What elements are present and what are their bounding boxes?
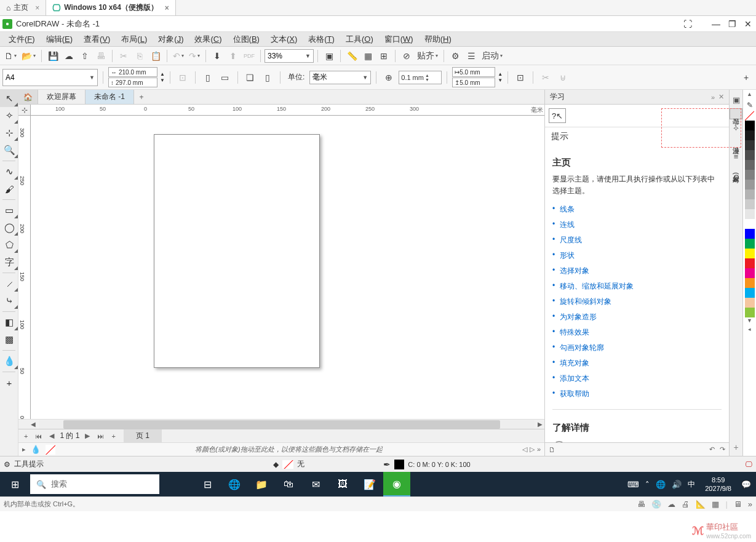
photos-icon[interactable]: 🖼 (329, 472, 356, 496)
break-button[interactable]: ✂ (538, 70, 553, 85)
eyedropper-icon[interactable]: 💧 (31, 445, 41, 454)
welcome-tab[interactable]: 欢迎屏幕 (38, 90, 86, 104)
color-proof-icon[interactable]: 🖵 (745, 460, 752, 469)
tray-up-icon[interactable]: ˄ (645, 480, 650, 489)
unit-combo[interactable]: ▼ (309, 71, 371, 84)
treat-as-filled-button[interactable]: ⊡ (513, 70, 528, 85)
menu-C[interactable]: 效果(C) (189, 33, 226, 46)
store-icon[interactable]: 🛍 (275, 472, 302, 496)
dimension-tool[interactable]: ⟋ (0, 275, 18, 292)
ft-grid-icon[interactable]: ▦ (712, 500, 719, 509)
swatch[interactable] (745, 160, 755, 170)
palette-up[interactable]: ▲ (747, 91, 752, 100)
addons-button[interactable]: ☰ (464, 49, 479, 63)
palette-more[interactable]: » (537, 445, 541, 453)
hint-link[interactable]: 移动、缩放和延展对象 (552, 279, 722, 294)
crop-tool[interactable]: ⊹ (0, 124, 18, 141)
open-button[interactable]: 📂 (20, 49, 38, 63)
outline-swatch[interactable] (394, 460, 404, 469)
options-button[interactable]: ⚙ (448, 49, 463, 63)
start-button[interactable]: ⊞ (0, 472, 30, 496)
palette-down[interactable]: ▼ (747, 317, 752, 326)
import-button[interactable]: ⬇ (210, 49, 225, 63)
docker-nav[interactable]: 漫游 (730, 137, 742, 148)
save-button[interactable]: 💾 (46, 49, 60, 63)
ime-indicator[interactable]: 中 (688, 479, 695, 490)
menu-X[interactable]: 文本(X) (266, 33, 302, 46)
swatch[interactable] (745, 140, 755, 150)
hint-link[interactable]: 连线 (552, 217, 722, 233)
menu-J[interactable]: 对象(J) (153, 33, 188, 46)
vm-tab[interactable]: 🖵 Windows 10 x64（便携版） × (46, 0, 176, 15)
hint-link[interactable]: 特殊效果 (552, 325, 722, 340)
panel-collapse[interactable]: » (711, 94, 715, 101)
ft-disc-icon[interactable]: 💿 (651, 500, 661, 509)
volume-icon[interactable]: 🔊 (672, 480, 682, 489)
hint-link[interactable]: 添加文本 (552, 371, 722, 386)
copy-button[interactable]: ⎘ (132, 49, 147, 63)
prev-page[interactable]: ◀ (47, 432, 56, 440)
snap-button[interactable]: 贴齐 (415, 49, 440, 63)
add-page-after[interactable]: + (109, 432, 117, 440)
nudge-spinner[interactable]: 0.1 mm ▲▼ (399, 71, 442, 84)
swatch[interactable] (745, 209, 755, 219)
swatch[interactable] (745, 258, 755, 268)
fill-swatch[interactable] (282, 460, 293, 469)
redo-button[interactable]: ↷ (187, 49, 202, 63)
swatch[interactable] (745, 268, 755, 278)
page-size-input[interactable] (6, 73, 88, 82)
swatch[interactable] (745, 199, 755, 209)
task-view-icon[interactable]: ⊟ (194, 472, 221, 496)
paste-button[interactable]: 📋 (148, 49, 163, 63)
hint-link[interactable]: 旋转和倾斜对象 (552, 294, 722, 309)
transparency-tool[interactable]: ▩ (0, 331, 18, 348)
zoom-combo[interactable]: ▼ (265, 49, 314, 63)
add-doc-tab[interactable]: + (134, 90, 149, 104)
hint-link[interactable]: 选择对象 (552, 263, 722, 279)
new-button[interactable]: 🗋 (2, 49, 18, 63)
close-button[interactable]: ✕ (742, 18, 754, 30)
palette-left[interactable]: ◁ (522, 445, 527, 453)
docker-nav-icon[interactable]: ✧ (733, 122, 739, 134)
swatch[interactable] (745, 229, 755, 239)
ft-cloud-icon[interactable]: ☁ (667, 500, 675, 509)
undo-button[interactable]: ↶ (171, 49, 186, 63)
connector-tool[interactable]: ⤷ (0, 292, 18, 309)
print-button[interactable]: 🖶 (94, 49, 108, 63)
hint-link[interactable]: 为对象造形 (552, 309, 722, 325)
launch-button[interactable]: 启动 (480, 49, 504, 63)
close-icon[interactable]: × (35, 4, 39, 12)
clock[interactable]: 8:59 2027/9/8 (701, 476, 735, 493)
shape-tool[interactable]: ✧ (0, 107, 18, 124)
hint-link[interactable]: 尺度线 (552, 233, 722, 248)
edge-icon[interactable]: 🌐 (221, 472, 248, 496)
docker-box-icon[interactable]: ▣ (733, 94, 740, 106)
ft-ruler-icon[interactable]: 📐 (696, 500, 706, 509)
minimize-button[interactable]: — (710, 18, 722, 30)
hint-link[interactable]: 勾画对象轮廓 (552, 340, 722, 356)
landscape-button[interactable]: ▭ (218, 70, 233, 85)
pdf-button[interactable]: PDF (242, 49, 257, 63)
portrait-button[interactable]: ▯ (201, 70, 215, 85)
menu-L[interactable]: 布局(L) (116, 33, 152, 46)
rulers-button[interactable]: 📏 (344, 49, 359, 63)
menu-W[interactable]: 窗口(W) (380, 33, 418, 46)
swatch[interactable] (745, 180, 755, 189)
all-pages-button[interactable]: ❏ (243, 70, 258, 85)
zoom-input[interactable] (268, 52, 304, 60)
ft-expand-icon[interactable]: » (748, 500, 752, 509)
hints-back[interactable]: ↶ (709, 445, 715, 453)
palette-pen-icon[interactable]: ✎ (746, 100, 754, 111)
pick-tool[interactable]: ↖ (0, 90, 18, 107)
maximize-button[interactable]: ❐ (726, 18, 738, 30)
hint-link[interactable]: 填充对象 (552, 356, 722, 371)
untitled-tab[interactable]: 未命名 -1 (86, 90, 134, 104)
scroll-left[interactable]: ◀ (29, 421, 38, 428)
page-size-combo[interactable]: ▼ (2, 69, 98, 86)
docker-layers-icon[interactable]: ≡ (734, 150, 739, 162)
learn-options-icon[interactable]: 🗋 (549, 446, 555, 453)
scroll-right[interactable]: ▶ (536, 421, 544, 428)
export-button[interactable]: ⬆ (226, 49, 241, 63)
last-page[interactable]: ⏭ (95, 432, 106, 440)
rectangle-tool[interactable]: ▭ (0, 202, 18, 219)
